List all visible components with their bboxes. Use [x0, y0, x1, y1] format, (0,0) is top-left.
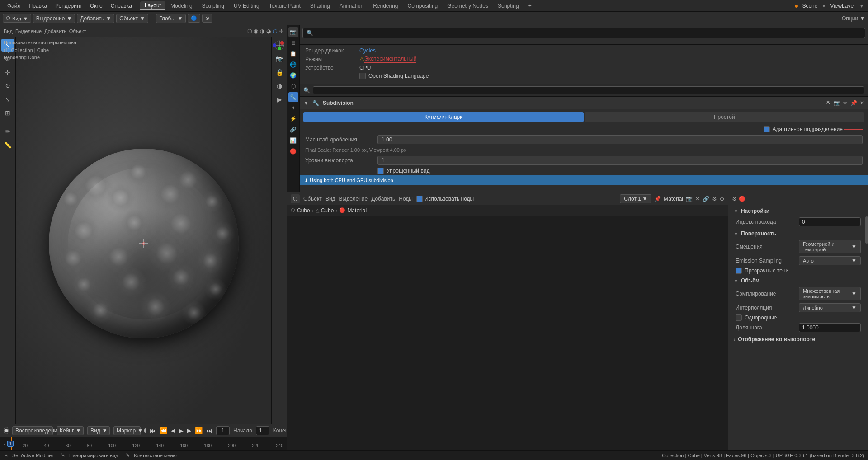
snap-btn[interactable]: 🔵 [188, 14, 200, 23]
mod-edit-btn[interactable]: ✏ [843, 100, 848, 106]
rotate-tool[interactable]: ↻ [1, 80, 14, 92]
scale-value[interactable]: 1.00 [377, 135, 863, 144]
cross-icon[interactable]: ✕ [695, 196, 700, 202]
global-local-dropdown[interactable]: Глоб... ▼ [156, 14, 186, 23]
settings-icon[interactable]: ⚙ [712, 196, 717, 202]
prev-key-btn[interactable]: ⏪ [160, 427, 167, 434]
view-layer-icon[interactable]: 📋 [288, 49, 298, 59]
next-frame-btn[interactable]: ▶ [187, 427, 191, 434]
settings-icon[interactable]: ⚙ [732, 196, 737, 202]
breadcrumb-material[interactable]: Material [347, 207, 367, 214]
sampling-dropdown[interactable]: Множественная значимость ▼ [799, 287, 861, 300]
tab-shading[interactable]: Shading [306, 2, 335, 10]
tab-rendering[interactable]: Rendering [368, 2, 402, 10]
scene-select[interactable]: Scene [802, 3, 817, 9]
skip-to-end-btn[interactable]: ⏭ [206, 427, 212, 434]
object-dropdown[interactable]: Объект ▼ [116, 14, 148, 23]
breadcrumb-cube2[interactable]: Cube [321, 207, 334, 214]
add-dropdown[interactable]: Добавить ▼ [77, 14, 114, 23]
tab-scripting[interactable]: Scripting [493, 2, 524, 10]
current-frame[interactable]: 1 [216, 426, 230, 435]
simplified-checkbox[interactable] [377, 168, 384, 174]
menu-edit[interactable]: Правка [25, 2, 51, 10]
select-menu-ne[interactable]: Выделение [339, 196, 368, 202]
modifier-search[interactable] [313, 86, 864, 94]
scroll-indicator[interactable] [865, 216, 868, 244]
play-btn[interactable]: ▶ [179, 427, 184, 434]
mod-close-btn[interactable]: ✕ [860, 100, 864, 106]
move-tool[interactable]: ✛ [1, 66, 14, 79]
rendered-btn[interactable]: ◕ [266, 28, 271, 34]
render-btn[interactable]: ▶ [273, 93, 286, 106]
wireframe-btn[interactable]: ⬡ [247, 28, 252, 34]
menu-render[interactable]: Рендеринг [52, 2, 85, 10]
breadcrumb-cube1[interactable]: Cube [297, 207, 310, 214]
gizmo-btn[interactable]: ✛ [279, 28, 283, 34]
marker-dropdown[interactable]: Маркер ▼ [113, 426, 141, 435]
gizmo-ortho-x[interactable] [273, 39, 286, 52]
section-arrow-surface[interactable]: ▼ [734, 231, 738, 236]
annotate-tool[interactable]: ✏ [1, 125, 14, 138]
object-menu[interactable]: Объект [69, 28, 86, 34]
use-nodes-cb[interactable] [416, 196, 423, 202]
menu-file[interactable]: Файл [4, 2, 24, 10]
modifier-icon[interactable]: 🔧 [288, 92, 298, 102]
tab-animation[interactable]: Animation [335, 2, 368, 10]
tab-texture-paint[interactable]: Texture Paint [264, 2, 305, 10]
scene-icon[interactable]: 🌐 [288, 60, 298, 70]
skip-to-start-btn[interactable]: ⏮ [150, 427, 156, 434]
step-size-value[interactable]: 1.0000 [799, 323, 861, 332]
mod-render-btn[interactable]: 📷 [834, 100, 840, 106]
view-menu[interactable]: Вид [4, 28, 13, 34]
tab-uv-editing[interactable]: UV Editing [229, 2, 264, 10]
particles-icon[interactable]: ✦ [288, 103, 298, 113]
next-key-btn[interactable]: ⏩ [195, 427, 203, 434]
props-search-input[interactable] [302, 28, 865, 38]
viewport-levels-value[interactable]: 1 [377, 156, 863, 165]
slot-dropdown[interactable]: Слот 1 ▼ [620, 194, 651, 203]
tab-geometry-nodes[interactable]: Geometry Nodes [443, 2, 493, 10]
viewport-3d[interactable] [16, 37, 271, 450]
emission-sampling-dropdown[interactable]: Авто ▼ [799, 256, 861, 265]
object-menu-ne[interactable]: Объект [303, 196, 322, 202]
tab-sculpting[interactable]: Sculpting [198, 2, 229, 10]
lock-view-btn[interactable]: 🔒 [273, 66, 286, 79]
interpolation-dropdown[interactable]: Линейно ▼ [799, 303, 861, 312]
transparent-shadows-cb[interactable] [736, 268, 742, 274]
osl-checkbox[interactable] [359, 73, 366, 79]
output-props-icon[interactable]: 🖥 [288, 38, 298, 48]
world-icon[interactable]: 🌍 [288, 70, 298, 80]
pass-index-value[interactable]: 0 [799, 217, 861, 226]
physics-icon[interactable]: ⚡ [288, 114, 298, 124]
tab-layout[interactable]: Layout [140, 1, 165, 10]
add-menu[interactable]: Добавить [44, 28, 66, 34]
tab-compositing[interactable]: Compositing [403, 2, 443, 10]
keyframe-dot[interactable] [144, 428, 146, 433]
add-menu-ne[interactable]: Добавить [371, 196, 395, 202]
modifier-collapse-arrow[interactable]: ▼ [303, 100, 309, 106]
node-mode-select[interactable]: ⬡ [291, 194, 300, 203]
solid-btn[interactable]: ◉ [254, 28, 258, 34]
viewport-overlay[interactable]: ⬡ [273, 28, 277, 34]
section-arrow-volume[interactable]: ▼ [734, 278, 738, 283]
timeline-ruler[interactable]: 1 20 40 60 80 100 120 140 160 180 200 22… [0, 437, 287, 450]
use-nodes-check[interactable]: Использовать ноды [416, 196, 474, 202]
material-btn[interactable]: ◑ [260, 28, 264, 34]
material-icon[interactable]: 🔴 [288, 146, 298, 156]
simple-tab[interactable]: Простой [585, 112, 865, 122]
tab-add[interactable]: + [524, 2, 536, 10]
view-dropdown[interactable]: Вид ▼ [87, 426, 110, 435]
view-layer-expand[interactable]: ▼ [859, 3, 864, 9]
camera-btn[interactable]: 📷 [273, 52, 286, 65]
obj-icon[interactable]: ⬡ [288, 81, 298, 91]
adaptive-checkbox[interactable] [764, 126, 770, 132]
measure-tool[interactable]: 📏 [1, 139, 14, 151]
displacement-setting-dropdown[interactable]: Геометрией и текстурой ▼ [799, 240, 861, 253]
selection-dropdown[interactable]: Выделение ▼ [33, 14, 75, 23]
section-arrow-vd[interactable]: › [734, 337, 735, 342]
object-mode-btn[interactable]: ⬡ Вид ▼ [3, 14, 31, 23]
constraints-icon[interactable]: 🔗 [288, 125, 298, 135]
render-engine-value[interactable]: Cycles [359, 47, 376, 54]
viewport-shade[interactable]: ◑ [273, 80, 286, 92]
keying-dropdown[interactable]: Кейнг ▼ [57, 426, 84, 435]
